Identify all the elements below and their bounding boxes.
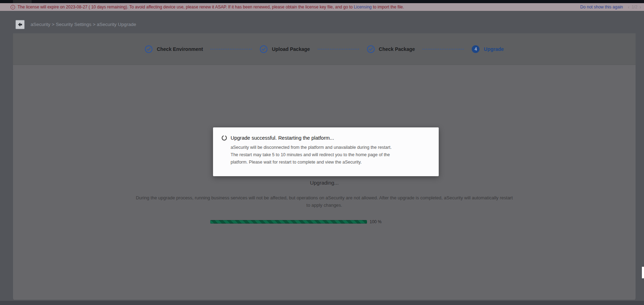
modal-body-line: aSecurity will be disconnected from the … bbox=[231, 144, 430, 151]
licensing-link[interactable]: Licensing bbox=[354, 5, 372, 9]
step-label: Upgrade bbox=[484, 46, 504, 52]
dismiss-banner-link[interactable]: Do not show this again bbox=[580, 5, 623, 9]
modal-title: Upgrade successful. Restarting the platf… bbox=[231, 135, 334, 141]
step-label: Check Environment bbox=[157, 46, 203, 52]
step-label: Check Package bbox=[379, 46, 415, 52]
top-bar bbox=[0, 0, 644, 3]
modal-body-line: The restart may take 5 to 10 minutes and… bbox=[231, 151, 430, 159]
check-circle-icon bbox=[260, 45, 268, 53]
modal-title-row: Upgrade successful. Restarting the platf… bbox=[221, 135, 430, 141]
bottom-band bbox=[0, 301, 644, 305]
info-icon: i bbox=[11, 5, 15, 9]
step-check-package: Check Package bbox=[367, 45, 415, 53]
progress-bar bbox=[210, 220, 367, 224]
breadcrumb: aSecurity > Security Settings > aSecurit… bbox=[31, 22, 136, 27]
banner-message-group: i The license will expire on 2023-08-27 … bbox=[11, 5, 580, 9]
check-circle-icon bbox=[145, 45, 153, 53]
step-connector bbox=[318, 49, 359, 49]
upgrade-content-area: Upgrading... During the upgrade process,… bbox=[13, 65, 636, 300]
pager-prev-icon[interactable]: ‹ bbox=[628, 5, 630, 9]
progress-row: 100 % bbox=[210, 219, 439, 224]
progress-percent-label: 100 % bbox=[370, 219, 382, 224]
step-upload-package: Upload Package bbox=[260, 45, 310, 53]
wizard-stepper: Check Environment Upload Package Check P… bbox=[13, 33, 636, 65]
step-label: Upload Package bbox=[272, 46, 310, 52]
pager-count: 1/2 bbox=[632, 5, 638, 9]
license-warning-banner: i The license will expire on 2023-08-27 … bbox=[0, 3, 644, 11]
step-connector bbox=[423, 49, 464, 49]
step-upgrade-active: 4 Upgrade bbox=[472, 45, 504, 53]
modal-body: aSecurity will be disconnected from the … bbox=[231, 144, 430, 166]
restart-notice-modal: Upgrade successful. Restarting the platf… bbox=[213, 127, 439, 176]
scrollbar-thumb[interactable] bbox=[642, 267, 644, 278]
step-check-environment: Check Environment bbox=[145, 45, 203, 53]
license-warning-pre: The license will expire on 2023-08-27 ( … bbox=[18, 5, 354, 9]
step-connector bbox=[211, 49, 252, 49]
check-circle-icon bbox=[367, 45, 375, 53]
pager-next-icon[interactable]: › bbox=[639, 5, 641, 9]
top-bar-segment bbox=[13, 0, 32, 3]
banner-actions: Do not show this again ‹ 1/2 › bbox=[580, 5, 641, 9]
back-button[interactable] bbox=[15, 20, 25, 29]
license-warning-text: The license will expire on 2023-08-27 ( … bbox=[18, 5, 404, 9]
banner-pager: ‹ 1/2 › bbox=[628, 5, 641, 9]
modal-body-line: platform. Please wait for restart to com… bbox=[231, 159, 430, 166]
loading-spinner-icon bbox=[221, 135, 227, 141]
step-number-badge: 4 bbox=[472, 45, 479, 53]
upgrade-description: During the upgrade process, running busi… bbox=[135, 194, 514, 209]
license-warning-post: to import the file. bbox=[372, 5, 404, 9]
back-arrow-icon bbox=[17, 22, 23, 27]
